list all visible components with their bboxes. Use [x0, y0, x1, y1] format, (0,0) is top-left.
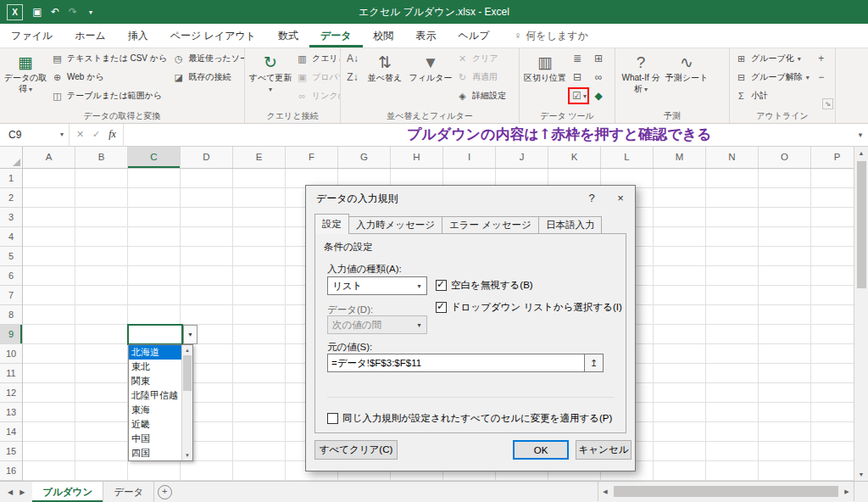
column-header-B[interactable]: B — [75, 147, 128, 168]
horizontal-scrollbar-thumb[interactable] — [614, 486, 838, 497]
get-data-button[interactable]: ▦データの取得 ▾ — [3, 49, 48, 94]
insert-function-icon[interactable]: fx — [105, 128, 120, 141]
formula-input[interactable]: プルダウンの内容は↑赤枠を押すと確認できる — [124, 123, 853, 146]
column-header-H[interactable]: H — [391, 147, 443, 168]
column-header-I[interactable]: I — [443, 147, 496, 168]
sheet-nav-left-icon[interactable]: ◀ — [8, 488, 13, 496]
scroll-up-icon[interactable]: ▲ — [182, 345, 192, 355]
text-to-columns-button[interactable]: ▥区切り位置 — [522, 49, 568, 84]
ribbon-tab-formulas[interactable]: 数式 — [267, 24, 309, 47]
incell-dropdown-checkbox[interactable]: ✓ ドロップダウン リストから選択する(I) — [436, 301, 622, 314]
what-if-analysis-button[interactable]: ?What-If 分析 ▾ — [618, 49, 664, 94]
data-validation-button[interactable]: ☑ — [570, 90, 583, 103]
consolidate-button[interactable]: ⊞ — [589, 49, 608, 68]
row-header-15[interactable]: 15 — [0, 442, 22, 461]
scroll-left-icon[interactable]: ◀ — [598, 488, 612, 495]
sort-descending-button[interactable]: Z↓ — [343, 68, 362, 86]
from-table-range-button[interactable]: ◫テーブルまたは範囲から — [48, 86, 170, 105]
reapply-filter-button[interactable]: ↻再適用 — [453, 68, 509, 86]
dropdown-item-2[interactable]: 関東 — [129, 374, 181, 388]
row-header-11[interactable]: 11 — [0, 364, 22, 383]
source-input[interactable] — [327, 354, 585, 372]
apply-all-checkbox[interactable]: 同じ入力規則が設定されたすべてのセルに変更を適用する(P) — [327, 412, 612, 425]
row-header-1[interactable]: 1 — [0, 169, 22, 188]
sort-button[interactable]: ⇅並べ替え — [362, 49, 408, 84]
ribbon-tab-insert[interactable]: 挿入 — [117, 24, 159, 47]
dropdown-item-6[interactable]: 中国 — [129, 432, 181, 446]
existing-connections-button[interactable]: ◪既存の接続 — [170, 68, 245, 86]
ribbon-tab-home[interactable]: ホーム — [64, 24, 117, 47]
dropdown-item-1[interactable]: 東北 — [129, 360, 181, 374]
sheet-tab-data[interactable]: データ — [103, 482, 154, 502]
vertical-scrollbar-thumb[interactable] — [857, 161, 866, 288]
scroll-up-icon[interactable]: ▲ — [859, 147, 865, 159]
column-header-G[interactable]: G — [338, 147, 391, 168]
row-header-13[interactable]: 13 — [0, 403, 22, 422]
scroll-down-icon[interactable]: ▼ — [182, 450, 192, 460]
qat-customize-button[interactable]: ▾ — [83, 3, 98, 20]
row-header-10[interactable]: 10 — [0, 344, 22, 364]
cancel-button[interactable]: キャンセル — [576, 440, 632, 460]
sheet-tab-pulldown[interactable]: プルダウン — [32, 482, 103, 502]
manage-data-model-button[interactable]: ◆ — [589, 86, 608, 105]
dialog-tab-error-alert[interactable]: エラー メッセージ — [442, 216, 539, 233]
formula-bar-expand-button[interactable]: ▾ — [853, 123, 868, 146]
clear-all-button[interactable]: すべてクリア(C) — [314, 440, 398, 460]
selected-cell-c9[interactable] — [127, 324, 183, 345]
recent-sources-button[interactable]: ◷最近使ったソース — [170, 49, 245, 68]
ribbon-tab-file[interactable]: ファイル — [0, 24, 64, 47]
row-header-2[interactable]: 2 — [0, 188, 22, 208]
ribbon-tab-view[interactable]: 表示 — [405, 24, 448, 47]
column-header-O[interactable]: O — [759, 147, 811, 168]
dialog-launcher-icon[interactable]: ⇘ — [822, 98, 833, 109]
range-picker-button[interactable]: ↥ — [584, 354, 604, 372]
ribbon-tab-review[interactable]: 校閲 — [363, 24, 405, 47]
filter-button[interactable]: ▼フィルター — [408, 49, 453, 84]
column-header-E[interactable]: E — [233, 147, 286, 168]
row-header-5[interactable]: 5 — [0, 247, 22, 266]
subtotal-button[interactable]: Σ小計 — [732, 86, 812, 105]
hide-detail-button[interactable]: − — [812, 68, 831, 86]
row-header-3[interactable]: 3 — [0, 208, 22, 227]
refresh-all-button[interactable]: ↻すべて更新 ▾ — [248, 49, 293, 94]
ribbon-tab-help[interactable]: ヘルプ — [448, 24, 501, 47]
column-header-F[interactable]: F — [286, 147, 338, 168]
dialog-tab-settings[interactable]: 設定 — [314, 214, 349, 234]
sort-ascending-button[interactable]: A↓ — [343, 49, 362, 68]
chevron-down-icon[interactable]: ▾ — [60, 131, 64, 138]
from-text-csv-button[interactable]: ▤テキストまたは CSV から — [48, 49, 170, 68]
relationships-button[interactable]: ∞ — [589, 68, 608, 86]
flash-fill-button[interactable]: ≣ — [568, 49, 587, 68]
vertical-scrollbar[interactable]: ▲ ▼ — [854, 147, 868, 481]
queries-connections-button[interactable]: ▥クエリと接続 — [293, 49, 341, 68]
dialog-tab-ime[interactable]: 日本語入力 — [538, 216, 603, 233]
scroll-right-icon[interactable]: ▶ — [840, 488, 854, 495]
column-header-M[interactable]: M — [654, 147, 706, 168]
dropdown-item-3[interactable]: 北陸甲信越 — [129, 388, 181, 403]
save-icon[interactable]: ▣ — [30, 3, 45, 20]
ungroup-button[interactable]: ⊟グループ解除▾ — [732, 68, 812, 86]
scroll-down-icon[interactable]: ▼ — [859, 468, 865, 481]
close-icon[interactable]: × — [606, 188, 635, 209]
select-all-corner[interactable] — [0, 147, 23, 168]
forecast-sheet-button[interactable]: ∿予測シート — [664, 49, 709, 84]
undo-icon[interactable]: ↶ — [47, 3, 63, 20]
redo-icon[interactable]: ↷ — [65, 3, 81, 20]
allow-combobox[interactable]: リスト ▾ — [327, 276, 427, 295]
ribbon-tab-page-layout[interactable]: ページ レイアウト — [159, 24, 267, 47]
dropdown-item-7[interactable]: 四国 — [129, 446, 181, 460]
dialog-tab-input-message[interactable]: 入力時メッセージ — [348, 216, 442, 233]
row-header-9[interactable]: 9 — [0, 325, 22, 344]
dropdown-item-4[interactable]: 東海 — [129, 403, 181, 417]
group-button[interactable]: ⊞グループ化▾ — [732, 49, 812, 68]
ignore-blank-checkbox[interactable]: ✓ 空白を無視する(B) — [436, 279, 533, 292]
name-box[interactable]: C9 ▾ — [0, 123, 70, 146]
row-header-7[interactable]: 7 — [0, 286, 22, 305]
row-header-4[interactable]: 4 — [0, 227, 22, 247]
column-header-C[interactable]: C — [128, 147, 181, 168]
enter-icon[interactable]: ✓ — [89, 129, 103, 140]
scrollbar-thumb[interactable] — [183, 355, 192, 391]
advanced-filter-button[interactable]: ◈詳細設定 — [453, 86, 509, 105]
help-button[interactable]: ? — [577, 188, 606, 209]
row-header-14[interactable]: 14 — [0, 422, 22, 442]
